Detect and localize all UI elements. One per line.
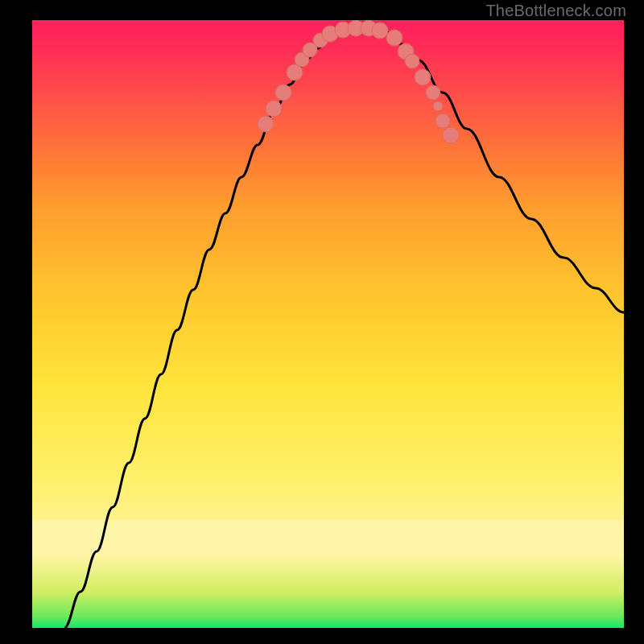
data-marker [386, 30, 402, 46]
data-marker [275, 85, 291, 101]
chart-stage: TheBottleneck.com [0, 0, 644, 644]
data-marker [436, 114, 450, 128]
data-marker [258, 116, 274, 132]
data-marker [426, 85, 440, 100]
data-marker [415, 69, 431, 85]
data-marker [266, 101, 282, 117]
data-marker [372, 23, 388, 39]
plot-area [32, 20, 624, 628]
data-marker [443, 127, 459, 143]
data-marker [405, 54, 419, 68]
data-marker [433, 101, 443, 111]
bottleneck-curve [64, 28, 624, 628]
watermark-text: TheBottleneck.com [485, 2, 626, 20]
curve-layer [32, 20, 624, 628]
